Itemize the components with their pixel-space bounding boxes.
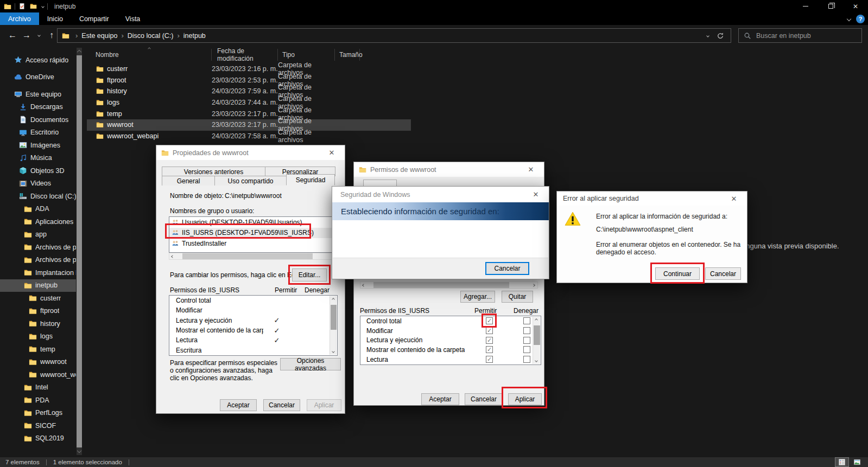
back-button[interactable]: ← <box>5 30 20 40</box>
sidebar-item-ada[interactable]: ADA <box>0 203 76 216</box>
cancel-button[interactable]: Cancelar <box>485 262 529 275</box>
scroll-up-icon[interactable] <box>332 298 335 301</box>
properties-check-icon[interactable] <box>18 3 26 10</box>
close-icon[interactable]: ✕ <box>523 165 539 174</box>
ribbon-tab-archivo[interactable]: Archivo <box>0 12 39 25</box>
tab-versiones-anteriores[interactable]: Versiones anteriores <box>162 167 265 176</box>
sidebar-item-aplicaciones[interactable]: Aplicaciones <box>0 215 76 228</box>
sidebar-item-pda[interactable]: PDA <box>0 394 76 407</box>
qat-chevron-down-icon[interactable] <box>41 5 45 8</box>
group-row-usuarios-desktop-1fvad59-usuarios[interactable]: Usuarios (DESKTOP-1FVAD59\Usuarios) <box>169 217 337 228</box>
sidebar-item-descargas[interactable]: Descargas <box>0 101 76 114</box>
column-header-fecha[interactable]: Fecha de modificación <box>212 49 278 61</box>
sidebar-item-sql2019[interactable]: SQL2019 <box>0 432 76 445</box>
breadcrumb-item-disco-local-c[interactable]: Disco local (C:) <box>128 32 174 40</box>
address-bar[interactable]: › Este equipo›Disco local (C:)›inetpub <box>57 28 731 43</box>
sidebar-item-wwwroot[interactable]: wwwroot <box>0 356 76 369</box>
ribbon-tab-inicio[interactable]: Inicio <box>39 12 71 25</box>
file-row-wwwroot[interactable]: wwwroot23/03/2023 2:17 p. m.Carpeta de a… <box>87 119 411 131</box>
file-row-temp[interactable]: temp23/03/2023 2:17 p. m.Carpeta de arch… <box>87 108 411 119</box>
perm-allow-checkbox[interactable]: ✓ <box>486 356 493 363</box>
search-input[interactable] <box>756 32 843 40</box>
sidebar-item-escritorio[interactable]: Escritorio <box>0 126 76 139</box>
ok-button[interactable]: Aceptar <box>421 393 459 405</box>
apply-button[interactable]: Aplicar <box>307 399 341 411</box>
sidebar-item-history[interactable]: history <box>0 317 76 330</box>
sidebar-item-wwwroot-wel[interactable]: wwwroot_wel <box>0 368 76 381</box>
column-header-tipo[interactable]: Tipo <box>278 49 335 61</box>
add-button[interactable]: Agregar... <box>460 291 495 303</box>
scroll-down-icon[interactable] <box>77 449 81 453</box>
edit-button[interactable]: Editar... <box>292 268 327 282</box>
group-row-iis-iusrs-desktop-1fvad59-iis-iusrs[interactable]: IIS_IUSRS (DESKTOP-1FVAD59\IIS_IUSRS) <box>169 228 337 239</box>
scroll-left-icon[interactable] <box>362 284 365 287</box>
sidebar-item-ftproot[interactable]: ftproot <box>0 305 76 318</box>
scrollbar-thumb[interactable] <box>77 55 82 447</box>
scrollbar-thumb[interactable] <box>182 253 313 259</box>
sidebar-item-documentos[interactable]: Documentos <box>0 113 76 126</box>
sidebar-item-custerr[interactable]: custerr <box>0 292 76 305</box>
file-row-ftproot[interactable]: ftproot23/03/2023 2:53 p. m.Carpeta de a… <box>87 75 411 86</box>
scrollbar-thumb[interactable] <box>534 325 540 345</box>
breadcrumb-item-este-equipo[interactable]: Este equipo <box>81 32 117 40</box>
column-header-nombre[interactable]: Nombre <box>87 49 212 61</box>
cancel-button[interactable]: Cancelar <box>705 267 741 280</box>
sidebar-item-perflogs[interactable]: PerfLogs <box>0 407 76 420</box>
perm-deny-checkbox[interactable] <box>523 327 530 334</box>
perm-row-escritura[interactable]: Escritura <box>169 345 330 355</box>
sidebar-item-archivos-de-pro[interactable]: Archivos de pro <box>0 241 76 254</box>
close-icon[interactable]: ✕ <box>324 149 340 157</box>
scroll-down-icon[interactable] <box>332 350 335 353</box>
details-view-button[interactable] <box>835 458 848 466</box>
address-dropdown-chevron-icon[interactable] <box>706 34 709 37</box>
permissions-vscrollbar[interactable] <box>330 296 337 355</box>
ok-button[interactable]: Aceptar <box>220 399 257 411</box>
scrollbar-thumb[interactable] <box>331 305 337 330</box>
thumbnails-view-button[interactable] <box>851 458 864 466</box>
perm-row-lectura[interactable]: Lectura✓ <box>169 335 330 345</box>
sidebar-item-temp[interactable]: temp <box>0 343 76 356</box>
help-icon[interactable]: ? <box>856 15 865 23</box>
close-button[interactable]: ✕ <box>843 0 868 12</box>
ribbon-collapse-chevron-icon[interactable] <box>847 16 851 21</box>
cancel-button[interactable]: Cancelar <box>465 393 503 405</box>
file-row-custerr[interactable]: custerr23/03/2023 2:16 p. m.Carpeta de a… <box>87 63 411 75</box>
permissions-vscrollbar[interactable] <box>533 317 540 364</box>
sidebar-item-videos[interactable]: Videos <box>0 177 76 190</box>
sidebar-item-disco-local-c[interactable]: Disco local (C:) <box>0 190 76 203</box>
sidebar-scrollbar[interactable] <box>77 48 82 455</box>
perm-row-modificar[interactable]: Modificar <box>169 305 330 315</box>
perm-row-lectura-y-ejecuci-n[interactable]: Lectura y ejecución✓ <box>360 336 533 346</box>
refresh-icon[interactable] <box>717 32 724 40</box>
perm-deny-checkbox[interactable] <box>523 337 530 344</box>
sidebar-item-im-genes[interactable]: Imágenes <box>0 139 76 152</box>
advanced-options-button[interactable]: Opciones avanzadas <box>280 358 341 370</box>
column-header-tamano[interactable]: Tamaño <box>335 49 360 61</box>
scroll-up-icon[interactable] <box>535 318 538 322</box>
sidebar-item-onedrive[interactable]: OneDrive <box>0 71 76 84</box>
sidebar-item-m-sica[interactable]: Música <box>0 152 76 165</box>
perm-deny-checkbox[interactable] <box>523 317 530 324</box>
scrollbar-thumb[interactable] <box>373 282 509 288</box>
cancel-button[interactable]: Cancelar <box>263 399 300 411</box>
ribbon-tab-compartir[interactable]: Compartir <box>71 12 117 25</box>
scroll-left-icon[interactable] <box>171 255 174 258</box>
remove-button[interactable]: Quitar <box>502 291 533 303</box>
perm-row-control-total[interactable]: Control total✓ <box>360 316 533 326</box>
perm-row-lectura[interactable]: Lectura✓ <box>360 355 533 364</box>
file-row-history[interactable]: history24/03/2023 7:59 a. m.Carpeta de a… <box>87 86 411 97</box>
ribbon-tab-vista[interactable]: Vista <box>117 12 149 25</box>
sidebar-item-objetos-3d[interactable]: Objetos 3D <box>0 164 76 177</box>
forward-button[interactable]: → <box>20 30 34 40</box>
search-box[interactable] <box>738 28 862 43</box>
group-row-trustedinstaller[interactable]: TrustedInstaller <box>169 238 337 249</box>
file-row-logs[interactable]: logs24/03/2023 7:44 a. m.Carpeta de arch… <box>87 97 411 108</box>
perm-row-mostrar-el-contenido-de-la-carpeta[interactable]: Mostrar el contenido de la carpeta✓ <box>169 325 330 335</box>
scroll-down-icon[interactable] <box>535 359 538 362</box>
sidebar-item-implantacion-b[interactable]: Implantacion b <box>0 266 76 279</box>
breadcrumb-item-inetpub[interactable]: inetpub <box>183 32 206 40</box>
perm-allow-checkbox[interactable]: ✓ <box>486 327 493 334</box>
perm-allow-checkbox[interactable]: ✓ <box>486 337 493 344</box>
apply-button[interactable]: Aplicar <box>508 393 542 405</box>
minimize-button[interactable] <box>793 0 818 12</box>
